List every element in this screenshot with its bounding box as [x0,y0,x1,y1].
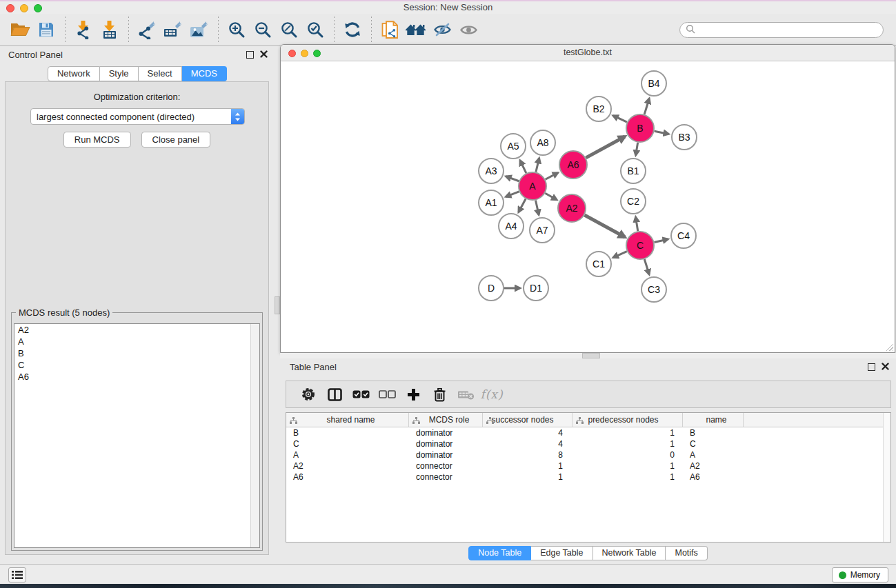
minimize-window-icon[interactable] [20,4,28,12]
save-session-button[interactable] [33,17,59,43]
close-window-icon[interactable] [6,4,14,12]
home-network-button[interactable] [403,17,429,43]
graph-node-B1[interactable]: B1 [621,159,646,183]
horizontal-splitter[interactable] [280,353,896,358]
splitter-handle[interactable] [275,296,280,314]
table-cell[interactable]: 1 [573,472,683,482]
graph-edge-C-C2[interactable] [636,217,638,232]
zoom-out-button[interactable] [250,17,276,43]
graph-edge-A6-B[interactable] [586,136,625,158]
select-all-button[interactable] [348,384,374,405]
graph-node-B[interactable]: B [626,114,654,142]
graph-edge-B-B2[interactable] [613,116,627,122]
maximize-network-icon[interactable] [313,50,321,57]
search-box[interactable] [679,22,884,38]
table-row[interactable]: A2connector11A2 [286,460,890,472]
tab-edge-table[interactable]: Edge Table [531,546,593,560]
graph-edge-A-A8[interactable] [536,158,539,172]
table-cell[interactable]: A2 [286,461,409,471]
graph-edge-A-A2[interactable] [545,193,557,199]
table-cell[interactable]: A6 [286,472,409,482]
table-cell[interactable]: 4 [483,428,573,438]
tab-motifs[interactable]: Motifs [666,546,707,560]
graph-edge-C-C3[interactable] [644,259,649,274]
close-panel-button[interactable]: Close panel [141,132,211,148]
network-canvas[interactable]: B4B2BB3A5A8A6A3B1AA1C2A2A4A7CC4C1C3DD1 [281,61,895,352]
column-header-mcds-role[interactable]: MCDS role [409,413,483,427]
graph-node-B3[interactable]: B3 [672,125,697,150]
table-cell[interactable]: dominator [409,439,483,449]
graph-node-A7[interactable]: A7 [530,218,555,243]
delete-column-button[interactable] [426,384,452,405]
result-list-item[interactable]: C [14,359,259,371]
export-table-button[interactable] [160,17,186,43]
result-list-item[interactable]: A [14,336,259,347]
table-settings-button[interactable] [295,384,321,405]
network-window-titlebar[interactable]: testGlobe.txt [281,45,895,61]
graph-node-C3[interactable]: C3 [641,277,666,302]
graph-node-A8[interactable]: A8 [530,130,555,155]
memory-button[interactable]: Memory [832,567,888,582]
zoom-selected-button[interactable] [302,17,328,43]
table-row[interactable]: A6connector11A6 [286,472,890,483]
float-panel-icon[interactable] [246,51,254,59]
close-network-icon[interactable] [288,50,296,57]
graph-edge-B-B3[interactable] [655,131,669,134]
column-header-name[interactable]: name [683,413,744,427]
result-list-item[interactable]: B [14,347,259,359]
table-cell[interactable]: 1 [483,461,573,471]
close-panel-icon[interactable] [260,50,268,60]
graph-edge-C-C4[interactable] [654,239,668,242]
table-cell[interactable]: C [683,439,744,449]
graph-node-D1[interactable]: D1 [524,276,548,301]
graph-node-B2[interactable]: B2 [586,97,611,121]
table-row[interactable]: Cdominator41C [286,438,890,449]
tab-node-table[interactable]: Node Table [468,546,531,560]
search-input[interactable] [699,25,877,35]
table-cell[interactable]: A [286,450,409,460]
graph-edge-A-A3[interactable] [506,176,519,181]
column-header-successor-nodes[interactable]: successor nodes [483,413,573,427]
table-cell[interactable]: B [286,428,409,438]
table-cell[interactable]: B [683,428,744,438]
graph-node-C2[interactable]: C2 [621,189,646,214]
tab-network-table[interactable]: Network Table [593,546,666,560]
graph-edge-A-A6[interactable] [546,173,558,180]
graph-node-C1[interactable]: C1 [586,252,611,276]
table-cell[interactable]: 1 [573,461,683,471]
graph-node-C[interactable]: C [626,232,654,259]
graph-node-A2[interactable]: A2 [558,194,586,222]
graph-node-C4[interactable]: C4 [671,223,696,248]
graph-edge-A2-C[interactable] [584,215,625,237]
graph-node-A6[interactable]: A6 [559,151,587,179]
table-cell[interactable]: connector [409,472,483,482]
table-cell[interactable]: 1 [573,439,683,449]
zoom-in-button[interactable] [223,17,250,43]
result-scrollbar[interactable] [250,324,259,547]
result-list-item[interactable]: A6 [14,371,259,383]
result-list-item[interactable]: A2 [14,324,259,336]
table-cell[interactable]: A6 [683,472,744,482]
minimize-network-icon[interactable] [301,50,308,57]
graph-edge-C-C1[interactable] [613,252,627,258]
column-header-predecessor-nodes[interactable]: predecessor nodes [573,413,683,427]
graph-edge-A-A1[interactable] [506,192,519,197]
table-row[interactable]: Adominator80A [286,449,890,460]
close-panel-icon[interactable] [882,362,889,372]
tab-style[interactable]: Style [100,66,139,81]
table-cell[interactable]: 1 [483,472,573,482]
graph-edge-A-A5[interactable] [520,161,526,173]
graph-edge-B-B4[interactable] [644,99,649,114]
table-cell[interactable]: A2 [683,461,744,471]
export-image-button[interactable] [186,17,212,43]
show-graphics-details-button[interactable] [455,17,481,43]
table-cell[interactable]: C [286,439,409,449]
vertical-splitter[interactable] [275,46,280,564]
graph-edge-A-A4[interactable] [519,199,526,212]
column-header-shared-name[interactable]: shared name [286,413,409,427]
run-mcds-button[interactable]: Run MCDS [63,132,131,148]
graph-node-A[interactable]: A [519,172,546,200]
table-scrollbar[interactable] [883,413,890,542]
tab-network[interactable]: Network [48,66,100,81]
table-cell[interactable]: 0 [573,450,683,460]
